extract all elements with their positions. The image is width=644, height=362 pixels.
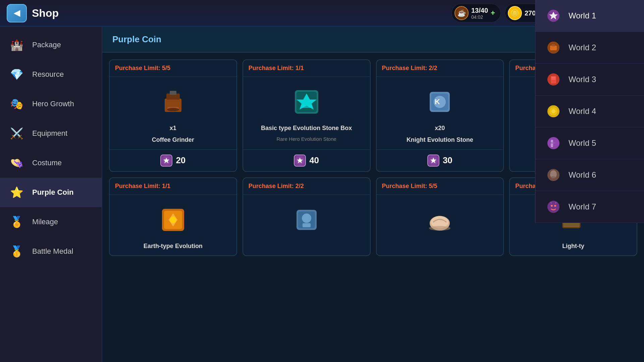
back-button[interactable]: ◀	[7, 4, 27, 22]
world-item-world-7[interactable]: World 7	[536, 191, 644, 223]
item-image-item-6	[288, 201, 325, 238]
world-label-world-5: World 5	[569, 138, 596, 148]
item-image-item-3: K	[421, 83, 458, 120]
sidebar-item-resource[interactable]: 💎Resource	[0, 60, 102, 89]
item-card-item-7[interactable]: Purchase Limit: 5/5	[376, 177, 504, 256]
sidebar-item-equipment[interactable]: ⚔️Equipment	[0, 119, 102, 148]
sidebar-item-package[interactable]: 🏰Package	[0, 30, 102, 60]
sidebar-item-purple-coin[interactable]: ⭐Purple Coin	[0, 178, 102, 207]
svg-point-52	[554, 205, 556, 207]
sidebar-icon-mileage: 🏅	[8, 213, 25, 231]
svg-point-27	[429, 226, 450, 231]
sidebar-item-hero-growth[interactable]: 🎭Hero Growth	[0, 89, 102, 119]
item-limit-item-1: Purchase Limit: 5/5	[110, 60, 236, 77]
coffee-plus-button[interactable]: +	[491, 9, 495, 17]
item-image-item-2	[288, 83, 325, 120]
svg-rect-9	[302, 105, 312, 108]
svg-marker-5	[163, 158, 169, 163]
item-image-item-1	[155, 83, 192, 120]
world-label-world-4: World 4	[569, 107, 596, 116]
world-icon-world-6	[545, 167, 562, 183]
item-card-item-5[interactable]: Purchase Limit: 1/1Earth-type Evolution	[109, 177, 237, 256]
back-icon: ◀	[14, 8, 20, 18]
world-item-world-6[interactable]: World 6	[536, 159, 644, 191]
item-body-item-1: x1Coffee Grinder	[110, 77, 236, 149]
svg-marker-15	[430, 158, 436, 163]
world-item-world-5[interactable]: World 5	[536, 127, 644, 159]
world-item-world-2[interactable]: World 2	[536, 32, 644, 64]
price-icon-item-1	[160, 155, 172, 167]
item-name-item-1: Coffee Grinder	[152, 136, 194, 144]
sidebar: 🏰Package💎Resource🎭Hero Growth⚔️Equipment…	[0, 27, 102, 362]
svg-rect-46	[551, 142, 555, 143]
sidebar-label-purple-coin: Purple Coin	[32, 188, 73, 197]
world-icon-world-4	[545, 103, 562, 120]
item-limit-item-5: Purchase Limit: 1/1	[110, 178, 236, 195]
price-amount-item-1: 20	[176, 155, 185, 166]
world-label-world-6: World 6	[569, 170, 596, 180]
svg-rect-36	[552, 44, 555, 46]
item-body-item-2: Basic type Evolution Stone BoxRare Hero …	[243, 77, 370, 149]
sidebar-icon-battle-medal: 🥇	[8, 243, 25, 260]
world-label-world-7: World 7	[569, 202, 596, 212]
world-label-world-2: World 2	[569, 43, 596, 52]
item-quantity-item-3: x20	[435, 124, 445, 132]
sidebar-item-mileage[interactable]: 🏅Mileage	[0, 207, 102, 237]
price-icon-item-3	[427, 155, 439, 167]
world-icon-world-7	[545, 198, 562, 215]
world-label-world-3: World 3	[569, 75, 596, 84]
sidebar-label-mileage: Mileage	[32, 218, 58, 226]
sidebar-label-hero-growth: Hero Growth	[32, 100, 74, 108]
svg-point-43	[551, 109, 555, 113]
sidebar-label-battle-medal: Battle Medal	[32, 247, 73, 256]
svg-point-51	[551, 205, 553, 207]
item-card-item-2[interactable]: Purchase Limit: 1/1Basic type Evolution …	[243, 59, 371, 172]
shop-title: Shop	[32, 7, 59, 19]
svg-rect-39	[551, 77, 555, 78]
svg-rect-24	[303, 223, 311, 227]
sidebar-item-battle-medal[interactable]: 🥇Battle Medal	[0, 237, 102, 266]
world-icon-world-5	[545, 135, 562, 152]
world-dropdown: World 1World 2World 3World 4World 5World…	[535, 0, 644, 223]
item-card-item-6[interactable]: Purchase Limit: 2/2	[243, 177, 371, 256]
world-item-world-3[interactable]: World 3	[536, 64, 644, 96]
price-icon-item-2	[294, 155, 306, 167]
sidebar-icon-equipment: ⚔️	[8, 125, 25, 142]
sidebar-icon-package: 🏰	[8, 36, 25, 54]
sidebar-label-equipment: Equipment	[32, 129, 67, 138]
item-card-item-3[interactable]: Purchase Limit: 2/2Kx20Knight Evolution …	[376, 59, 504, 172]
sidebar-icon-purple-coin: ⭐	[8, 184, 25, 201]
item-quantity-item-1: x1	[170, 124, 176, 132]
sidebar-icon-resource: 💎	[8, 66, 25, 83]
world-icon-world-1	[545, 7, 562, 24]
sidebar-item-costume[interactable]: 👒Costume	[0, 148, 102, 178]
svg-point-4	[167, 108, 179, 111]
world-label-world-1: World 1	[569, 11, 596, 20]
item-limit-item-6: Purchase Limit: 2/2	[243, 178, 370, 195]
section-title: Purple Coin	[112, 34, 161, 45]
item-limit-item-3: Purchase Limit: 2/2	[377, 60, 503, 77]
item-name-item-3: Knight Evolution Stone	[407, 136, 473, 144]
item-body-item-6	[243, 195, 370, 255]
svg-point-50	[547, 201, 559, 213]
item-body-item-7	[377, 195, 503, 255]
item-name-item-5: Earth-type Evolution	[144, 242, 203, 250]
world-item-world-4[interactable]: World 4	[536, 96, 644, 127]
world-icon-world-3	[545, 71, 562, 88]
main-layout: 🏰Package💎Resource🎭Hero Growth⚔️Equipment…	[0, 27, 644, 362]
coffee-timer: 04:02	[471, 14, 488, 20]
coffee-amount: 13/40	[471, 7, 488, 14]
item-subtitle-item-2: Rare Hero Evolution Stone	[276, 136, 336, 142]
svg-rect-2	[170, 91, 176, 95]
sidebar-label-costume: Costume	[32, 159, 62, 167]
coffee-icon: ☕	[454, 6, 469, 20]
world-item-world-1[interactable]: World 1	[536, 0, 644, 32]
svg-marker-10	[297, 158, 303, 163]
item-name-item-2: Basic type Evolution Stone Box	[261, 124, 352, 132]
coin-icon: 🪙	[508, 6, 522, 20]
item-body-item-5: Earth-type Evolution	[110, 195, 236, 255]
item-body-item-3: Kx20Knight Evolution Stone	[377, 77, 503, 149]
item-card-item-1[interactable]: Purchase Limit: 5/5x1Coffee Grinder20	[109, 59, 237, 172]
svg-rect-35	[550, 46, 557, 50]
coffee-resource[interactable]: ☕ 13/40 04:02 +	[451, 4, 501, 22]
